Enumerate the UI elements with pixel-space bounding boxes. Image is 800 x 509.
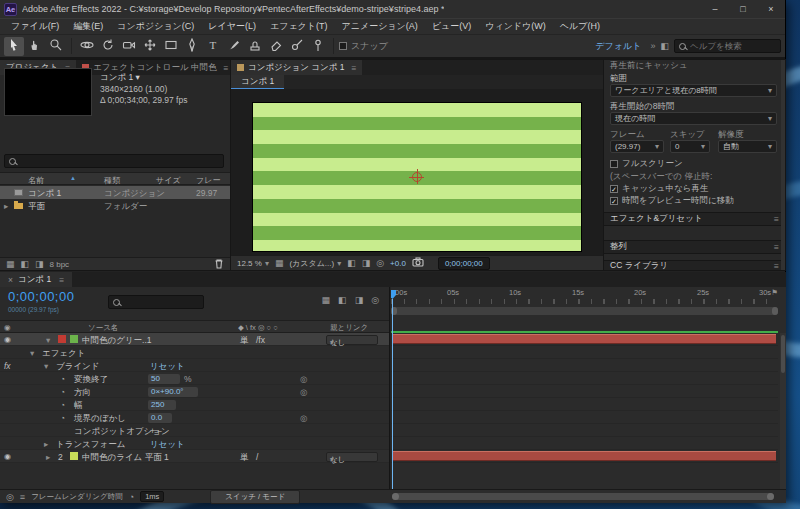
prop-value[interactable]: 0×+90.0°	[148, 387, 198, 397]
pan-behind-tool[interactable]	[140, 37, 160, 56]
preview-scrollbar[interactable]	[781, 60, 785, 270]
menu-help[interactable]: ヘルプ(H)	[553, 20, 607, 33]
collapse-icon[interactable]: ▾	[46, 335, 50, 345]
transparency-grid-icon[interactable]: ◨	[362, 258, 371, 268]
maximize-button[interactable]: □	[729, 0, 757, 18]
timeline-current-time[interactable]: 0;00;00;00	[8, 289, 74, 304]
layer-name[interactable]: 中間色のライム 平面 1	[82, 452, 169, 464]
project-bpc[interactable]: 8 bpc	[50, 260, 70, 269]
collapse-icon[interactable]: ▾	[30, 348, 34, 358]
track-row[interactable]	[391, 398, 778, 411]
pen-tool[interactable]	[182, 37, 202, 56]
menu-layer[interactable]: レイヤー(L)	[201, 20, 263, 33]
minimize-button[interactable]: –	[701, 0, 729, 18]
stopwatch-icon[interactable]: ◔	[60, 413, 65, 423]
timeline-ruler[interactable]: :00s 05s 10s 15s 20s 25s 30s ⚑	[391, 287, 778, 306]
channel-icon[interactable]: ◎	[376, 258, 384, 268]
track-row[interactable]	[391, 359, 778, 372]
cache-play-checkbox[interactable]: ✓キャッシュ中なら再生	[610, 183, 708, 195]
column-size[interactable]: サイズ	[156, 175, 181, 186]
prop-feather-row[interactable]: ◔ 境界のぼかし 0.0 ◎	[0, 411, 389, 424]
project-row-comp1[interactable]: コンポ 1 コンポジション 29.97	[0, 186, 230, 199]
tab-close-icon[interactable]: ×	[8, 275, 13, 285]
panel-menu-icon[interactable]: ≡	[351, 63, 356, 73]
stopwatch-icon[interactable]: ◔	[60, 374, 65, 384]
expand-icon[interactable]: ▸	[46, 452, 50, 462]
prop-value[interactable]: 0.0	[148, 413, 172, 423]
fx-switch[interactable]: /	[256, 452, 258, 462]
menu-animation[interactable]: アニメーション(A)	[335, 20, 425, 33]
prop-value[interactable]: 50	[148, 374, 180, 384]
sort-asc-icon[interactable]: ▲	[70, 175, 76, 181]
prop-direction-row[interactable]: ◔ 方向 0×+90.0° ◎	[0, 385, 389, 398]
label-color-chip[interactable]	[58, 335, 66, 343]
eye-icon[interactable]: ◉	[4, 335, 11, 344]
preview-framerate-dropdown[interactable]: (29.97)▾	[610, 140, 664, 153]
tab-composition[interactable]: コンポジション コンポ 1 ≡	[231, 60, 362, 75]
resolution-dropdown[interactable]: (カスタム...)▾	[289, 258, 341, 269]
menu-file[interactable]: ファイル(F)	[4, 20, 66, 33]
track-row[interactable]	[391, 411, 778, 424]
prop-transition-row[interactable]: ◔ 変換終了 50 % ◎	[0, 372, 389, 385]
roto-brush-tool[interactable]	[287, 37, 307, 56]
preview-resolution-dropdown[interactable]: 自動▾	[718, 140, 777, 153]
graph-editor-icon[interactable]: ≡	[20, 492, 25, 502]
project-search[interactable]	[4, 154, 224, 168]
project-item-name[interactable]: コンポ 1 ▾	[100, 72, 140, 84]
effects-group-row[interactable]: ▾ エフェクト	[0, 346, 389, 359]
interpret-footage-icon[interactable]: ▦	[6, 259, 15, 269]
timeline-vertical-scrollbar[interactable]	[780, 333, 786, 489]
snapshot-camera-icon[interactable]	[412, 257, 424, 269]
menu-composition[interactable]: コンポジション(C)	[110, 20, 201, 33]
blind-effect-row[interactable]: fx ▾ ブラインド リセット	[0, 359, 389, 372]
track-row[interactable]	[391, 372, 778, 385]
frame-blending-icon[interactable]: ◎	[371, 295, 379, 305]
clone-stamp-tool[interactable]	[245, 37, 265, 56]
panel-menu-icon[interactable]: ≡	[774, 214, 779, 224]
collapse-icon[interactable]: ▾	[44, 361, 48, 371]
help-search-input[interactable]	[690, 41, 776, 51]
track-row[interactable]	[391, 424, 778, 437]
move-time-checkbox[interactable]: ✓時間をプレビュー時間に移動	[610, 195, 734, 207]
timeline-search[interactable]	[108, 295, 204, 309]
region-of-interest-icon[interactable]: ◧	[347, 258, 356, 268]
menu-edit[interactable]: 編集(E)	[66, 20, 110, 33]
zoom-level-dropdown[interactable]: 12.5 %▾	[237, 259, 269, 268]
panel-menu-icon[interactable]: ≡	[774, 261, 779, 270]
effects-presets-panel-header[interactable]: エフェクト&プリセット≡	[604, 212, 785, 226]
help-search[interactable]	[674, 39, 781, 53]
preview-range-dropdown[interactable]: ワークエリアと現在の8時間▾	[610, 84, 777, 97]
shape-tool[interactable]	[161, 37, 181, 56]
project-search-input[interactable]	[20, 156, 106, 166]
camera-tool[interactable]	[119, 37, 139, 56]
menu-window[interactable]: ウィンドウ(W)	[478, 20, 553, 33]
comp-marker-icon[interactable]: ⚑	[771, 288, 778, 297]
workspace-selector[interactable]: デフォルト	[595, 40, 641, 53]
menu-effect[interactable]: エフェクト(T)	[263, 20, 335, 33]
switches-modes-button[interactable]: スイッチ / モード	[210, 490, 300, 504]
work-area-bar[interactable]	[391, 307, 778, 315]
close-button[interactable]: ×	[757, 0, 785, 18]
hand-tool[interactable]	[25, 37, 45, 56]
new-composition-icon[interactable]: ◨	[35, 259, 44, 269]
share-icon[interactable]: ◧	[660, 41, 669, 51]
preview-skip-dropdown[interactable]: 0▾	[670, 140, 710, 153]
prop-width-row[interactable]: ◔ 幅 250	[0, 398, 389, 411]
quality-switch[interactable]: 単	[240, 452, 249, 464]
composition-image[interactable]	[252, 102, 582, 252]
pickwhip-icon[interactable]: ◎	[300, 387, 307, 397]
column-fps[interactable]: フレー	[196, 175, 220, 186]
track-row[interactable]	[391, 385, 778, 398]
track-row-layer-1[interactable]	[391, 333, 778, 346]
panel-menu-icon[interactable]: ≡	[774, 242, 779, 252]
track-row[interactable]	[391, 346, 778, 359]
track-row-layer-2[interactable]	[391, 450, 778, 463]
layer-duration-bar[interactable]	[392, 334, 776, 344]
pickwhip-icon[interactable]: ◎	[300, 413, 307, 423]
column-switches[interactable]: ◆ \ fx ◎ ○ ○	[238, 323, 278, 332]
expand-icon[interactable]: ▸	[44, 439, 48, 449]
orbit-camera-tool[interactable]	[77, 37, 97, 56]
zoom-tool[interactable]	[46, 37, 66, 56]
new-folder-icon[interactable]: ◧	[21, 259, 30, 269]
composition-marker-bin-icon[interactable]: ◎	[6, 492, 14, 502]
